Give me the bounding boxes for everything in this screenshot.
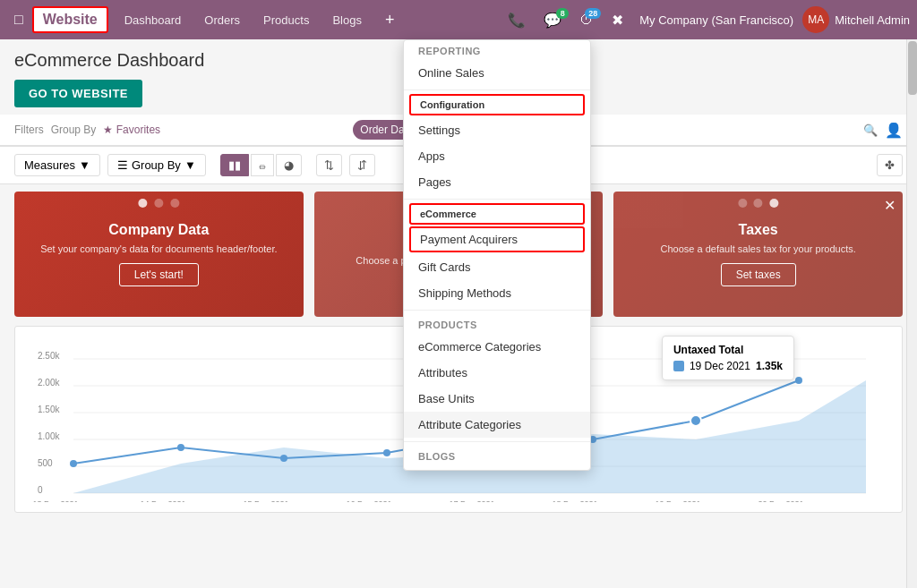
svg-text:2.00k: 2.00k: [38, 378, 60, 388]
go-to-website-button[interactable]: GO TO WEBSITE: [14, 80, 142, 107]
dropdown-item-attributes[interactable]: Attributes: [404, 360, 590, 386]
svg-point-14: [177, 444, 184, 451]
bar-chart-button[interactable]: ▮▮: [220, 154, 249, 176]
svg-text:20 Dec 2021: 20 Dec 2021: [758, 499, 803, 502]
group-by-icon: ☰: [117, 158, 128, 172]
line-chart-button[interactable]: ⏛: [251, 154, 274, 176]
slide3-desc: Choose a default sales tax for your prod…: [661, 243, 856, 254]
tooltip-title: Untaxed Total: [673, 344, 783, 356]
svg-text:18 Dec 2021: 18 Dec 2021: [552, 499, 597, 502]
pie-chart-button[interactable]: ◕: [276, 154, 302, 176]
group-by-filter-label: Group By: [51, 124, 97, 136]
svg-text:19 Dec 2021: 19 Dec 2021: [655, 499, 700, 502]
tooltip-date: 19 Dec 2021: [690, 360, 750, 372]
dropdown-item-attribute-categories[interactable]: Attribute Categories: [404, 412, 590, 438]
username: Mitchell Admin: [835, 13, 910, 27]
dropdown-item-pages[interactable]: Pages: [404, 169, 590, 195]
svg-text:2.50k: 2.50k: [38, 351, 60, 361]
chat-badge: 8: [556, 8, 569, 19]
phone-icon[interactable]: 📞: [501, 6, 533, 34]
svg-text:15 Dec 2021: 15 Dec 2021: [243, 499, 288, 502]
navbar-icons: 📞 💬 8 ⏱ 28 ✖: [501, 6, 630, 34]
svg-text:13 Dec 2021: 13 Dec 2021: [32, 499, 78, 502]
slides-close-button[interactable]: ✕: [884, 197, 896, 214]
expand-button[interactable]: ✤: [877, 154, 903, 176]
group-by-label: Group By: [132, 158, 181, 172]
search-icon[interactable]: 🔍: [863, 124, 878, 137]
tooltip-value: 1.35k: [756, 360, 783, 372]
slide1-title: Company Data: [108, 222, 209, 238]
slide3-btn[interactable]: Set taxes: [721, 263, 796, 286]
group-by-chevron: ▼: [184, 158, 196, 172]
favorites-label[interactable]: ★ Favorites: [103, 124, 160, 136]
svg-point-15: [280, 455, 287, 462]
dropdown-item-base-units[interactable]: Base Units: [404, 386, 590, 412]
svg-point-13: [70, 460, 77, 467]
nav-plus-button[interactable]: +: [374, 4, 406, 37]
company-name: My Company (San Francisco): [632, 13, 801, 27]
avatar: MA: [802, 6, 829, 33]
dropdown-item-apps[interactable]: Apps: [404, 143, 590, 169]
dropdown-scroll: Reporting Online Sales Configuration Set…: [404, 40, 590, 470]
dropdown-item-settings[interactable]: Settings: [404, 117, 590, 143]
slide-company-data: Company Data Set your company's data for…: [14, 192, 304, 317]
nav-orders[interactable]: Orders: [193, 6, 251, 34]
measures-chevron: ▼: [79, 158, 90, 172]
dropdown-item-gift-cards[interactable]: Gift Cards: [404, 254, 590, 280]
dropdown-item-payment-acquirers[interactable]: Payment Acquirers: [409, 226, 585, 252]
user-menu[interactable]: MA Mitchell Admin: [802, 6, 910, 33]
grid-icon[interactable]: □: [7, 4, 30, 35]
svg-point-19: [690, 415, 701, 426]
svg-text:500: 500: [38, 458, 53, 468]
dropdown-item-blogs[interactable]: Blogs: [404, 465, 590, 470]
nav-dashboard[interactable]: Dashboard: [114, 6, 193, 34]
brand-website[interactable]: Website: [32, 6, 108, 33]
nav-blogs[interactable]: Blogs: [321, 6, 373, 34]
clock-icon[interactable]: ⏱ 28: [572, 6, 601, 33]
dropdown-item-ecommerce-categories[interactable]: eCommerce Categories: [404, 334, 590, 360]
svg-point-20: [795, 377, 802, 384]
filter-settings-icon[interactable]: 👤: [885, 122, 903, 139]
navbar: □ Website Dashboard Orders Products Blog…: [0, 0, 917, 39]
svg-text:1.50k: 1.50k: [38, 405, 60, 414]
nav-products[interactable]: Products: [253, 6, 320, 34]
filters-label: Filters: [14, 124, 44, 136]
measures-label: Measures: [24, 158, 75, 172]
slide3-title: Taxes: [739, 222, 778, 238]
dropdown-section-blogs: Blogs: [404, 446, 590, 465]
slide1-btn[interactable]: Let's start!: [119, 263, 199, 286]
group-by-button[interactable]: ☰ Group By ▼: [107, 154, 206, 176]
dropdown-section-reporting: Reporting: [404, 40, 590, 60]
chat-icon[interactable]: 💬 8: [536, 6, 569, 34]
svg-text:17 Dec 2021: 17 Dec 2021: [449, 499, 494, 502]
sort-desc-button[interactable]: ⇵: [349, 154, 375, 176]
sort-asc-button[interactable]: ⇅: [316, 154, 342, 176]
chart-tooltip: Untaxed Total 19 Dec 2021 1.35k: [662, 336, 794, 380]
dropdown-section-products: Products: [404, 314, 590, 334]
clock-badge: 28: [585, 8, 601, 19]
settings-icon[interactable]: ✖: [604, 6, 630, 34]
svg-point-16: [383, 449, 390, 456]
measures-button[interactable]: Measures ▼: [14, 154, 100, 176]
scroll-thumb[interactable]: [908, 41, 917, 95]
slide-taxes: Taxes Choose a default sales tax for you…: [613, 192, 903, 317]
scrollbar[interactable]: [906, 39, 917, 588]
chart-type-selector: ▮▮ ⏛ ◕: [220, 154, 302, 176]
svg-text:16 Dec 2021: 16 Dec 2021: [346, 499, 391, 502]
tooltip-color: [673, 361, 684, 371]
svg-text:0: 0: [38, 485, 43, 495]
dropdown-menu: Reporting Online Sales Configuration Set…: [403, 39, 591, 471]
slide1-desc: Set your company's data for documents he…: [40, 243, 277, 254]
tooltip-row: 19 Dec 2021 1.35k: [673, 360, 783, 372]
dropdown-item-shipping-methods[interactable]: Shipping Methods: [404, 280, 590, 306]
dropdown-item-online-sales[interactable]: Online Sales: [404, 60, 590, 86]
svg-text:1.00k: 1.00k: [38, 431, 60, 441]
svg-text:14 Dec 2021: 14 Dec 2021: [140, 499, 185, 502]
